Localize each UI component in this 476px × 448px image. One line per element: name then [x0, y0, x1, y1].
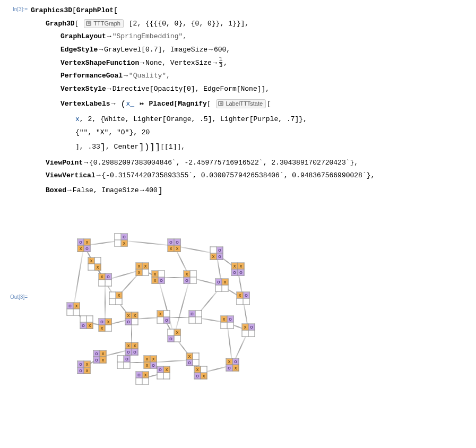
resource-label: LabelTTTstate [226, 100, 263, 107]
resource-function-labeltttstate[interactable]: LabelTTTstate [216, 99, 266, 108]
graph-node: OOXX [168, 239, 181, 252]
graph-node: XO [99, 273, 112, 287]
graph-node: OX [215, 279, 229, 292]
graph-node: OX [80, 316, 93, 329]
graph-node: OX [115, 234, 128, 247]
output-content: OXXOOXOOXXOXOXXOOXXXOXXXXXOXOOXXOOXOXOXX… [31, 208, 474, 383]
resource-label: TTTGraph [93, 20, 120, 27]
graph-node: XOOX [226, 358, 239, 372]
opt-graphlayout: GraphLayout [60, 32, 106, 40]
code-text: None, VertexSize [145, 59, 212, 67]
graph-node: OXOX [77, 361, 91, 374]
graph-node: XO [184, 271, 197, 284]
resource-function-tttgraph[interactable]: TTTGraph [84, 19, 124, 28]
code-text: , [223, 59, 228, 67]
graph-node: O [117, 356, 131, 369]
code-text: 400 [145, 186, 157, 194]
graph-node: OXX [99, 318, 112, 332]
opt-viewvertical: ViewVertical [46, 171, 96, 179]
code-text: {-0.31574420735893355`, 0.03007579426538… [101, 171, 375, 179]
fn-magnify: Magnify [178, 100, 207, 108]
input-cell: In[3]:= Graphics3D[GraphPlot[ Graph3D[ T… [0, 0, 476, 204]
symbol-x: x [75, 115, 80, 123]
graph-node: OX [136, 372, 149, 385]
graph-edge [158, 278, 175, 337]
graph-node: XX [88, 257, 101, 271]
opt-vertexlabels: VertexLabels [60, 100, 110, 108]
graph-node: XO [168, 329, 181, 342]
graph-node: XO [186, 353, 200, 366]
graph-node: XO [242, 324, 255, 337]
graph-node: XXX [136, 263, 149, 276]
graph-node: XXOO [125, 342, 139, 356]
graph-node: XXOO [231, 263, 245, 276]
graph-node: OX [67, 303, 80, 316]
code-text: Directive[Opacity[0], EdgeForm[None]], [112, 85, 270, 93]
fn-graphics3d: Graphics3D [31, 6, 72, 14]
graph-edge [174, 278, 191, 337]
fraction: 13 [218, 56, 224, 68]
code-text: {"", "X", "O"}, 20 [75, 128, 150, 136]
pattern-x: x_ [126, 100, 134, 108]
graph-edge [121, 240, 174, 246]
graph-node: XXO [125, 312, 139, 325]
graph-node: OXO [210, 247, 223, 260]
graph-node: O [189, 311, 202, 324]
input-label: In[3]:= [2, 4, 31, 12]
code-text: , 2, {White, Lighter[Orange, .5], Lighte… [80, 115, 307, 123]
output-cell: Out[3]= OXXOOXOOXXOXOXXOOXXXOXXXXXOXOOXX… [0, 204, 476, 387]
opt-performancegoal: PerformanceGoal [60, 72, 123, 80]
opt-edgestyle: EdgeStyle [60, 46, 98, 54]
graph-node: XO [221, 316, 234, 329]
opt-vertexstyle: VertexStyle [60, 85, 106, 93]
graph-node: XO [157, 311, 170, 324]
opt-viewpoint: ViewPoint [46, 159, 83, 167]
graph-edge [73, 246, 84, 309]
graphics3d-output[interactable]: OXXOOXOOXXOXOXXOOXXXOXXXXXOXOOXXOOXOXOXX… [52, 224, 264, 383]
code-text: False, ImageSize [73, 186, 139, 194]
code-text: [[1]], [160, 143, 185, 151]
opt-boxed: Boxed [46, 186, 66, 194]
graph-node: OXOX [93, 350, 107, 364]
graph-node: X [109, 292, 123, 305]
resource-icon [218, 101, 223, 106]
resource-icon [86, 21, 91, 26]
fn-placed: Placed [149, 100, 174, 108]
graph-node: XO [237, 292, 250, 305]
fn-graph3d: Graph3D [46, 20, 75, 28]
input-code[interactable]: Graphics3D[GraphPlot[ Graph3D[ TTTGraph … [31, 4, 474, 200]
code-text: {0.29882097383004846`, -2.45977571691652… [89, 159, 358, 167]
code-text: 600, [214, 46, 230, 54]
graph-node: XXXO [144, 356, 157, 369]
graph-node: OXXO [77, 239, 91, 252]
code-text: ], .33 [75, 143, 100, 151]
graph-node: XOX [194, 366, 207, 380]
output-label: Out[3]= [2, 292, 31, 300]
str-spring: "SpringEmbedding", [112, 32, 187, 40]
fn-graphplot: GraphPlot [76, 6, 114, 14]
code-text: GrayLevel[0.7], ImageSize [104, 46, 207, 54]
graph-node: XXO [152, 271, 165, 284]
graph-node: OX [157, 366, 170, 380]
str-quality: "Quality", [129, 72, 170, 80]
code-text: 2, {{{{0, 0}, {0, 0}}, 1}}], [133, 20, 249, 28]
code-text: , Center [106, 143, 139, 151]
opt-vertexshapefn: VertexShapeFunction [60, 59, 139, 67]
